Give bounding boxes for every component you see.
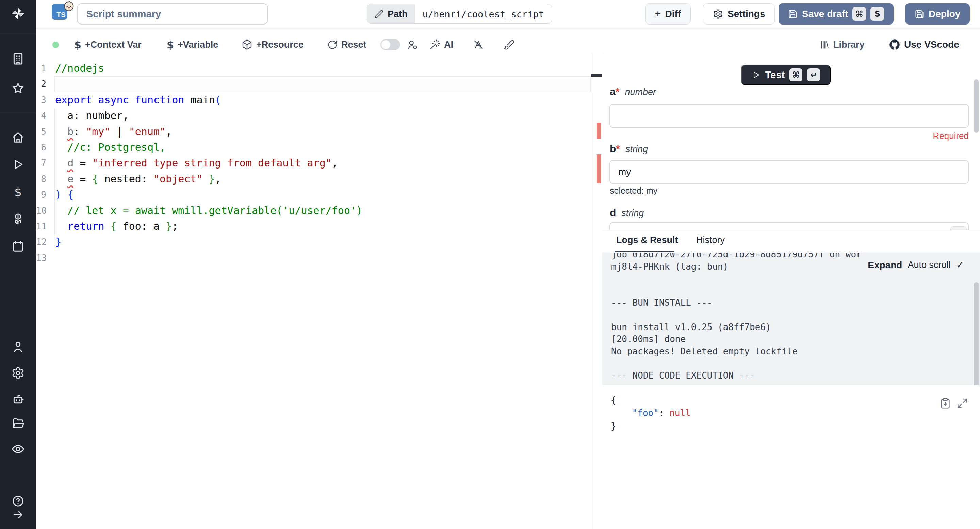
form-scrollbar[interactable]	[974, 79, 978, 133]
code-text: e = { nested: "object" },	[55, 171, 221, 187]
code-text: // let x = await wmill.getVariable('u/us…	[55, 203, 363, 218]
line-number: 2	[36, 76, 46, 92]
sidebar-divider	[0, 113, 36, 113]
settings-button[interactable]: Settings	[703, 3, 775, 24]
favorites-star-icon[interactable]	[11, 81, 25, 96]
windmill-script-editor: $	[0, 0, 980, 529]
github-icon	[889, 39, 900, 50]
reset-icon	[327, 40, 337, 50]
runs-play-icon[interactable]	[11, 157, 25, 172]
path-field[interactable]: Path u/henri/coolest_script	[367, 4, 552, 24]
deploy-button[interactable]: Deploy	[905, 3, 970, 24]
autoscroll-label[interactable]: Auto scroll	[907, 260, 950, 270]
multiplayer-toggle[interactable]	[380, 39, 400, 50]
tab-history[interactable]: History	[696, 235, 725, 245]
log-scrollbar[interactable]	[974, 282, 978, 386]
gear-icon	[713, 9, 723, 19]
result-area: { "foo": null }	[602, 386, 980, 529]
code-editor[interactable]: 1//nodejs23export async function main(4 …	[36, 53, 601, 529]
add-context-var-button[interactable]: $ +Context Var	[74, 39, 142, 51]
line-number: 8	[36, 171, 46, 187]
multiplayer-icon[interactable]	[407, 39, 418, 50]
editor-toolbar: $ +Context Var $ +Variable +Resource Res…	[36, 29, 980, 53]
settings-gear-icon[interactable]	[11, 366, 25, 381]
diff-button[interactable]: ± Diff	[645, 3, 691, 24]
code-line: 12}	[36, 234, 601, 250]
overview-error-marker	[597, 123, 601, 139]
code-line: 6 //c: Postgresql,	[36, 140, 601, 155]
line-number: 3	[36, 92, 46, 108]
field-a-required-note: Required	[933, 131, 969, 141]
path-value[interactable]: u/henri/coolest_script	[415, 5, 552, 24]
reset-button[interactable]: Reset	[327, 40, 366, 50]
line-number: 11	[36, 218, 46, 234]
code-line: 5 b: "my" | "enum",	[36, 124, 601, 140]
folders-icon[interactable]	[11, 416, 25, 430]
save-icon	[915, 9, 924, 19]
required-asterisk: *	[616, 86, 620, 97]
field-a-label: a* number	[610, 86, 656, 97]
field-d-input[interactable]	[609, 222, 969, 230]
pencil-icon	[375, 10, 383, 18]
s-key-badge: S	[870, 7, 884, 21]
test-args-form: Test ⌘ ↵ a* number Required b* string se…	[602, 53, 980, 230]
code-line: 13	[36, 250, 601, 266]
overview-error-marker	[597, 154, 601, 183]
json-value: null	[669, 408, 691, 418]
workers-robot-icon[interactable]	[11, 392, 25, 406]
code-text: export async function main(	[55, 92, 221, 108]
test-button[interactable]: Test ⌘ ↵	[741, 65, 830, 85]
audit-eye-icon[interactable]	[11, 441, 25, 456]
collapse-arrow-icon[interactable]	[11, 507, 25, 522]
code-text: b: "my" | "enum",	[55, 124, 172, 140]
script-summary-input[interactable]	[77, 3, 268, 24]
format-brush-icon[interactable]	[504, 39, 514, 50]
ai-assistant-button[interactable]: AI	[430, 39, 453, 50]
autocomplete-off-icon[interactable]	[473, 39, 484, 50]
code-lines: 1//nodejs23export async function main(4 …	[36, 61, 601, 266]
field-b-input[interactable]	[609, 160, 969, 184]
json-key: "foo"	[632, 408, 659, 418]
line-number: 9	[36, 187, 46, 202]
help-icon[interactable]	[11, 494, 25, 508]
bun-runtime-icon	[63, 0, 75, 11]
windmill-logo-icon[interactable]	[11, 6, 25, 21]
checkmark-icon[interactable]: ✓	[956, 260, 964, 271]
sidebar: $	[0, 0, 36, 529]
current-line-highlight	[54, 76, 591, 92]
save-draft-button[interactable]: Save draft ⌘ S	[778, 3, 894, 24]
run-panel: Test ⌘ ↵ a* number Required b* string se…	[601, 53, 980, 529]
use-vscode-button[interactable]: Use VScode	[889, 39, 959, 50]
field-d-mini-button[interactable]	[950, 226, 967, 230]
field-a-input[interactable]	[609, 104, 969, 127]
users-person-icon[interactable]	[11, 339, 25, 354]
resources-boxes-icon[interactable]	[11, 211, 25, 226]
workspace-building-icon[interactable]	[11, 51, 25, 66]
save-icon	[788, 9, 798, 19]
expand-button[interactable]: Expand	[868, 260, 902, 271]
dollar-icon: $	[167, 39, 174, 51]
code-line: 3export async function main(	[36, 92, 601, 108]
code-line: 2	[36, 76, 601, 92]
add-variable-button[interactable]: $ +Variable	[167, 39, 218, 51]
code-text: a: number,	[55, 108, 129, 124]
code-text: d = "inferred type string from default a…	[55, 155, 338, 171]
tab-bar: Logs & Result History	[602, 230, 980, 252]
add-resource-button[interactable]: +Resource	[242, 39, 304, 50]
home-icon[interactable]	[11, 130, 25, 145]
expand-fullscreen-icon[interactable]	[956, 398, 968, 409]
code-text: }	[55, 234, 61, 250]
log-output[interactable]: job 018d7f20-27f0-725d-1b29-8d85179d757f…	[602, 253, 980, 386]
copy-clipboard-icon[interactable]	[940, 398, 951, 409]
play-icon	[752, 70, 760, 79]
toggle-knob	[382, 40, 390, 49]
library-button[interactable]: Library	[819, 40, 865, 50]
code-line: 9) {	[36, 187, 601, 202]
line-number: 6	[36, 140, 46, 155]
field-b-label: b* string	[610, 143, 648, 155]
magic-wand-icon	[430, 39, 440, 50]
tab-logs-result[interactable]: Logs & Result	[616, 235, 678, 245]
field-b-selected-note: selected: my	[610, 186, 657, 196]
schedules-calendar-icon[interactable]	[11, 239, 25, 254]
variables-dollar-icon[interactable]: $	[11, 185, 25, 199]
